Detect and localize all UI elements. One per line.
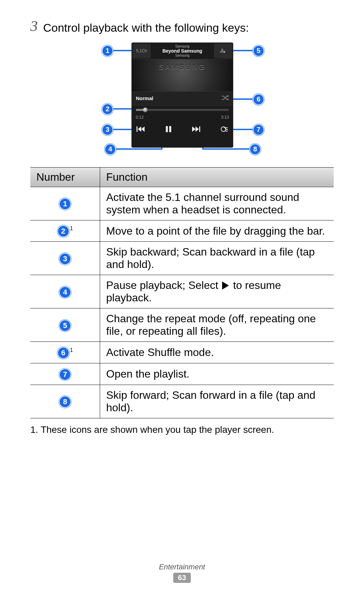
svg-rect-4 bbox=[166, 126, 168, 132]
leader-4h bbox=[115, 148, 162, 150]
leader-8h bbox=[202, 148, 250, 150]
time-total: 3:13 bbox=[221, 115, 229, 120]
row-desc: Change the repeat mode (off, repeating o… bbox=[100, 308, 334, 342]
row-badge: 4 bbox=[59, 286, 71, 298]
footer-section: Entertainment bbox=[0, 563, 364, 571]
prev-icon[interactable] bbox=[136, 126, 145, 132]
row-badge: 3 bbox=[59, 253, 71, 265]
next-icon[interactable] bbox=[192, 126, 200, 132]
svg-rect-12 bbox=[225, 131, 228, 131]
playlist-icon[interactable] bbox=[221, 126, 228, 132]
row-desc: Skip backward; Scan backward in a file (… bbox=[100, 242, 334, 275]
table-row: 3 Skip backward; Scan backward in a file… bbox=[30, 242, 334, 275]
callout-2: 2 bbox=[102, 103, 113, 115]
svg-rect-10 bbox=[225, 127, 228, 128]
row-desc: Move to a point of the file by dragging … bbox=[100, 220, 334, 242]
eq-bar: Normal bbox=[132, 91, 233, 106]
track-info: Samsung Beyond Samsung Samsung bbox=[151, 43, 213, 59]
surround-button[interactable]: 5.1Ch bbox=[132, 43, 151, 58]
artist-label: Samsung bbox=[175, 44, 189, 48]
table-row: 4 Pause playback; Select to resume playb… bbox=[30, 275, 334, 308]
table-row: 21 Move to a point of the file by draggi… bbox=[30, 220, 334, 242]
eq-label: Normal bbox=[136, 95, 153, 101]
progress-knob[interactable] bbox=[143, 108, 148, 112]
callout-1: 1 bbox=[102, 45, 113, 57]
shuffle-icon[interactable] bbox=[221, 95, 229, 101]
pause-icon[interactable] bbox=[165, 126, 172, 132]
table-row: 61 Activate Shuffle mode. bbox=[30, 342, 334, 363]
svg-marker-6 bbox=[192, 126, 195, 132]
header-function: Function bbox=[100, 167, 334, 187]
row-desc: Pause playback; Select to resume playbac… bbox=[100, 275, 334, 308]
callout-5: 5 bbox=[253, 45, 264, 57]
svg-rect-1 bbox=[136, 126, 138, 132]
svg-marker-3 bbox=[141, 126, 145, 132]
repeat-button[interactable]: A bbox=[214, 43, 232, 58]
row-desc: Skip forward; Scan forward in a file (ta… bbox=[100, 385, 334, 418]
callout-4: 4 bbox=[104, 144, 116, 155]
progress-area bbox=[132, 106, 233, 114]
surround-label: 5.1Ch bbox=[136, 49, 147, 53]
row-badge: 1 bbox=[59, 198, 71, 210]
row-badge: 8 bbox=[59, 396, 71, 408]
row-badge: 6 bbox=[57, 347, 69, 359]
table-row: 1 Activate the 5.1 channel surround soun… bbox=[30, 187, 334, 220]
header-number: Number bbox=[30, 167, 100, 187]
svg-text:A: A bbox=[221, 49, 223, 52]
svg-marker-7 bbox=[195, 126, 199, 132]
svg-rect-8 bbox=[199, 126, 200, 132]
footnote: 1. These icons are shown when you tap th… bbox=[30, 424, 334, 435]
step-text: Control playback with the following keys… bbox=[43, 20, 249, 36]
album-label: Samsung bbox=[175, 54, 189, 57]
player-illustration: 5.1Ch Samsung Beyond Samsung Samsung A bbox=[74, 42, 290, 157]
row-desc: Open the playlist. bbox=[100, 363, 334, 385]
row-badge: 5 bbox=[59, 320, 71, 332]
callout-7: 7 bbox=[253, 124, 264, 136]
row-sup: 1 bbox=[70, 347, 73, 353]
time-elapsed: 0:12 bbox=[136, 115, 144, 120]
callout-6: 6 bbox=[253, 94, 264, 105]
row-badge: 2 bbox=[57, 225, 69, 237]
table-row: 8 Skip forward; Scan forward in a file (… bbox=[30, 385, 334, 418]
row-badge: 7 bbox=[59, 368, 71, 381]
album-art: SAMSUNG bbox=[132, 59, 233, 91]
player-header: 5.1Ch Samsung Beyond Samsung Samsung A bbox=[132, 43, 233, 59]
row-desc-pre: Pause playback; Select bbox=[106, 279, 221, 291]
page-number: 63 bbox=[173, 573, 191, 583]
row-desc: Activate Shuffle mode. bbox=[100, 342, 334, 363]
footer: Entertainment 63 bbox=[0, 563, 364, 583]
progress-bar[interactable] bbox=[136, 109, 229, 111]
table-row: 5 Change the repeat mode (off, repeating… bbox=[30, 308, 334, 342]
function-table: Number Function 1 Activate the 5.1 chann… bbox=[30, 167, 334, 418]
control-row bbox=[132, 120, 233, 132]
time-row: 0:12 3:13 bbox=[132, 114, 233, 120]
callout-3: 3 bbox=[102, 124, 113, 136]
play-icon bbox=[222, 281, 229, 290]
svg-point-9 bbox=[221, 127, 226, 131]
leader-5 bbox=[233, 50, 253, 51]
music-player: 5.1Ch Samsung Beyond Samsung Samsung A bbox=[131, 42, 233, 148]
song-label: Beyond Samsung bbox=[162, 48, 202, 54]
table-row: 7 Open the playlist. bbox=[30, 363, 334, 385]
brand-art-text: SAMSUNG bbox=[159, 63, 206, 71]
step-number: 3 bbox=[30, 19, 38, 34]
repeat-icon: A bbox=[219, 49, 227, 53]
leader-1 bbox=[112, 50, 132, 51]
row-sup: 1 bbox=[70, 226, 73, 231]
svg-marker-2 bbox=[138, 126, 141, 132]
table-header-row: Number Function bbox=[30, 167, 334, 187]
svg-rect-11 bbox=[225, 129, 228, 130]
row-desc: Activate the 5.1 channel surround sound … bbox=[100, 187, 334, 220]
callout-8: 8 bbox=[249, 144, 261, 155]
svg-rect-5 bbox=[169, 126, 171, 132]
